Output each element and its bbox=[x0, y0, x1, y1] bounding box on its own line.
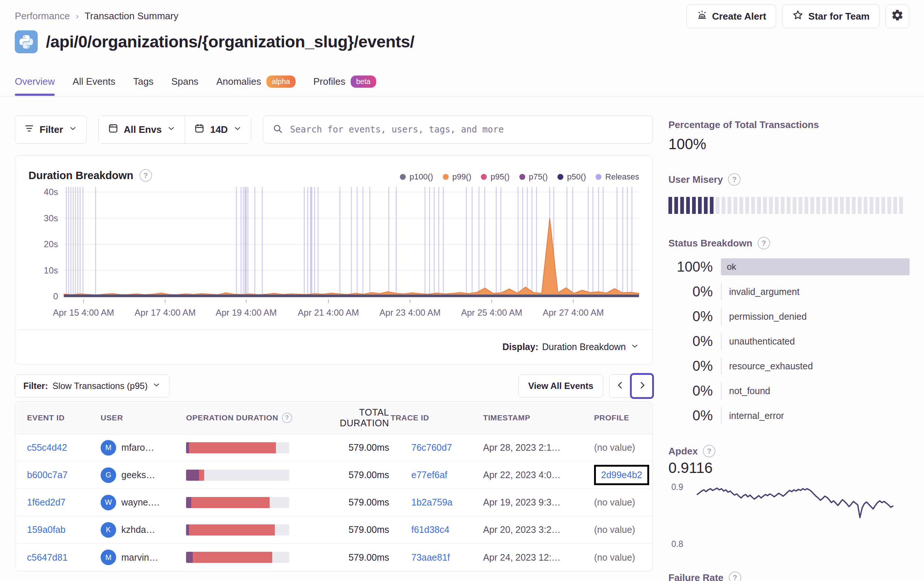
python-platform-icon bbox=[15, 30, 38, 53]
event-id-link[interactable]: 1f6ed2d7 bbox=[27, 497, 66, 507]
tab-anomalies[interactable]: Anomaliesalpha bbox=[216, 76, 295, 95]
star-for-team-button[interactable]: Star for Team bbox=[782, 5, 879, 28]
status-breakdown-heading: Status Breakdown ? bbox=[668, 237, 909, 250]
feature-badge: alpha bbox=[266, 76, 295, 88]
main-column: Filter All Envs 14D Duration Breakdown ? bbox=[15, 116, 653, 571]
profile-highlight-box: 2d99e4b2 bbox=[594, 465, 649, 485]
event-id-link[interactable]: b600c7a7 bbox=[27, 470, 68, 480]
event-id-link[interactable]: c5647d81 bbox=[27, 552, 68, 563]
events-toolbar: Filter: Slow Transactions (p95) View All… bbox=[15, 374, 653, 397]
transactions-filter-dropdown[interactable]: Filter: Slow Transactions (p95) bbox=[15, 374, 169, 397]
page-title: /api/0/organizations/{organization_slug}… bbox=[46, 32, 414, 51]
display-dropdown[interactable]: Duration Breakdown bbox=[542, 341, 639, 353]
help-icon[interactable]: ? bbox=[703, 445, 715, 457]
legend-item-p75[interactable]: p75() bbox=[519, 172, 548, 182]
user-name: mfaro… bbox=[121, 442, 154, 453]
user-name: kzhda… bbox=[121, 525, 155, 535]
trace-id-link[interactable]: 76c760d7 bbox=[411, 442, 452, 453]
legend-item-p99[interactable]: p99() bbox=[443, 172, 471, 182]
tab-overview[interactable]: Overview bbox=[15, 76, 55, 95]
user-name: marvin… bbox=[121, 552, 158, 563]
misery-tick bbox=[858, 197, 861, 214]
settings-button[interactable] bbox=[886, 5, 909, 28]
legend-label: Releases bbox=[605, 172, 639, 182]
operation-duration-cell bbox=[186, 497, 313, 508]
environment-dropdown[interactable]: All Envs bbox=[99, 116, 185, 143]
trace-id-link[interactable]: f61d38c4 bbox=[411, 525, 449, 535]
profile-id-link[interactable]: 2d99e4b2 bbox=[601, 470, 642, 480]
trace-id-link[interactable]: 73aae81f bbox=[411, 552, 450, 563]
event-id-link[interactable]: c55c4d42 bbox=[27, 442, 67, 453]
total-transactions-heading-text: Percentage of Total Transactions bbox=[668, 119, 819, 131]
legend-dot-icon bbox=[443, 174, 449, 180]
legend-item-p100[interactable]: p100() bbox=[400, 172, 433, 182]
profile-cell: 2d99e4b2 bbox=[594, 465, 649, 485]
tab-spans[interactable]: Spans bbox=[171, 76, 199, 95]
svg-text:Apr 27 4:00 AM: Apr 27 4:00 AM bbox=[543, 308, 604, 318]
profile-no-value: (no value) bbox=[594, 525, 635, 535]
trace-id-link[interactable]: 1b2a759a bbox=[411, 497, 452, 507]
apdex-value: 0.9116 bbox=[668, 460, 909, 476]
search-input[interactable] bbox=[290, 124, 644, 135]
date-range-dropdown[interactable]: 14D bbox=[185, 116, 251, 143]
profile-cell: (no value) bbox=[594, 525, 641, 535]
total-duration-cell: 579.00ms bbox=[313, 497, 391, 508]
legend-item-Releases[interactable]: Releases bbox=[596, 172, 639, 182]
tab-tags[interactable]: Tags bbox=[133, 76, 153, 95]
misery-tick bbox=[781, 197, 785, 214]
user-cell: Mmarvin… bbox=[101, 550, 186, 565]
status-breakdown-heading-text: Status Breakdown bbox=[668, 238, 752, 249]
table-row: c55c4d42Mmfaro…579.00ms76c760d7Apr 28, 2… bbox=[15, 434, 652, 462]
duration-breakdown-chart[interactable]: 40s30s20s10s0Apr 15 4:00 AMApr 17 4:00 A… bbox=[28, 185, 640, 322]
legend-item-p50[interactable]: p50() bbox=[558, 172, 586, 182]
event-id-cell: c55c4d42 bbox=[27, 442, 101, 453]
event-id-cell: c5647d81 bbox=[27, 552, 101, 563]
status-label: invalid_argument bbox=[721, 283, 909, 300]
breadcrumb-performance-link[interactable]: Performance bbox=[15, 10, 70, 22]
trace-id-link[interactable]: e77ef6af bbox=[411, 470, 447, 480]
event-id-link[interactable]: 159a0fab bbox=[27, 525, 66, 535]
timestamp-cell: Apr 24, 2023 12:… bbox=[483, 552, 594, 563]
breadcrumb-current: Transaction Summary bbox=[85, 10, 178, 22]
svg-text:Apr 25 4:00 AM: Apr 25 4:00 AM bbox=[461, 308, 522, 318]
legend-item-p95[interactable]: p95() bbox=[481, 172, 509, 182]
help-icon[interactable]: ? bbox=[757, 237, 770, 250]
column-header-label: PROFILE bbox=[594, 413, 629, 422]
help-icon[interactable]: ? bbox=[729, 571, 741, 581]
next-page-button[interactable] bbox=[631, 374, 652, 397]
timestamp-cell: Apr 28, 2023 2:1… bbox=[483, 442, 594, 453]
user-cell: Mmfaro… bbox=[101, 440, 186, 455]
help-icon[interactable]: ? bbox=[728, 173, 741, 186]
misery-tick bbox=[834, 197, 838, 214]
star-icon bbox=[792, 9, 804, 24]
window-icon bbox=[108, 123, 119, 137]
chevron-down-icon bbox=[233, 124, 242, 136]
help-icon[interactable]: ? bbox=[139, 169, 152, 182]
user-name: geeks… bbox=[121, 470, 155, 480]
display-value: Duration Breakdown bbox=[542, 341, 626, 352]
tab-profiles[interactable]: Profilesbeta bbox=[313, 76, 376, 95]
status-percent: 100% bbox=[668, 259, 713, 275]
duration-segment-http bbox=[199, 470, 204, 481]
duration-segment-http bbox=[189, 525, 275, 535]
misery-tick bbox=[722, 197, 725, 214]
previous-page-button[interactable] bbox=[610, 374, 631, 397]
column-header-label: OPERATION DURATION bbox=[186, 413, 278, 422]
total-duration-cell: 579.00ms bbox=[313, 442, 391, 453]
help-icon[interactable]: ? bbox=[282, 413, 292, 423]
tab-all-events[interactable]: All Events bbox=[73, 76, 116, 95]
filter-dropdown[interactable]: Filter bbox=[15, 116, 87, 144]
view-all-events-button[interactable]: View All Events bbox=[518, 374, 603, 397]
status-row-resource_exhausted: 0%resource_exhausted bbox=[668, 358, 909, 374]
column-header-label: EVENT ID bbox=[27, 413, 65, 422]
svg-text:20s: 20s bbox=[44, 239, 58, 249]
total-duration-cell: 579.00ms bbox=[313, 552, 391, 563]
status-row-internal_error: 0%internal_error bbox=[668, 407, 909, 424]
tab-label: Profiles bbox=[313, 76, 345, 87]
legend-label: p50() bbox=[567, 172, 586, 182]
timestamp-cell: Apr 19, 2023 9:3… bbox=[483, 497, 594, 508]
profile-cell: (no value) bbox=[594, 497, 641, 508]
apdex-heading-text: Apdex bbox=[668, 445, 698, 457]
avatar: M bbox=[101, 440, 116, 455]
create-alert-button[interactable]: Create Alert bbox=[686, 5, 776, 28]
